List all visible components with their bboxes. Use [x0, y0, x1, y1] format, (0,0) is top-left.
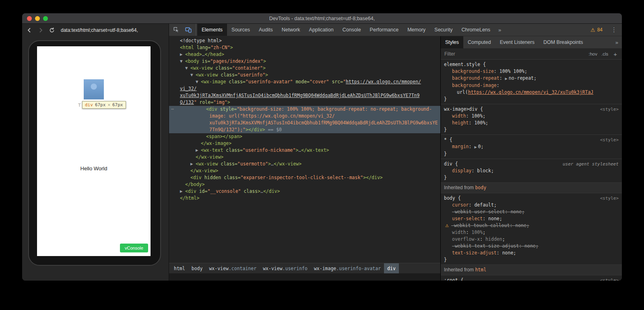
- dom-tree-node[interactable]: ▼<body is="pages/index/index">: [169, 58, 440, 65]
- inherited-from-link[interactable]: html: [475, 267, 486, 273]
- collapsed-arrow-icon[interactable]: ▶: [190, 161, 196, 167]
- element-class-toggle[interactable]: .cls: [601, 52, 608, 56]
- minimize-window-button[interactable]: [35, 16, 40, 21]
- tab-security[interactable]: Security: [430, 24, 457, 36]
- dom-tree-node[interactable]: <span></span>: [169, 133, 440, 140]
- css-property[interactable]: height: 100%;: [441, 120, 622, 126]
- css-property[interactable]: width: 100%;: [441, 113, 622, 120]
- expand-value-arrow-icon[interactable]: ▶: [505, 77, 508, 81]
- tab-sources[interactable]: Sources: [227, 24, 254, 36]
- css-property[interactable]: margin: ▶0;: [441, 143, 622, 151]
- css-url-link[interactable]: https://wx.qlogo.cn/mmopen/vi_32/xuTu0k3…: [468, 89, 594, 95]
- css-rule-selector[interactable]: :root {: [441, 277, 622, 281]
- sidebar-more-tabs-icon[interactable]: »: [612, 36, 622, 48]
- css-property[interactable]: cursor: default;: [441, 202, 622, 209]
- expanded-arrow-icon[interactable]: ▼: [180, 58, 185, 65]
- dom-tree-node[interactable]: </html>: [169, 195, 440, 202]
- css-property[interactable]: -webkit-text-size-adjust: none;: [441, 243, 622, 250]
- dom-tree-node[interactable]: xuTu0k3jRTaJKmsXVMnfjASTusInO4ibcmQbhub1…: [169, 120, 440, 126]
- css-property-value[interactable]: url(https://wx.qlogo.cn/mmopen/vi_32/xuT…: [441, 89, 622, 96]
- dom-tree-node[interactable]: xuTu0k3jRTaJKmsXVMnfjASTusInO4ibcmQbhub1…: [169, 92, 440, 99]
- sidebar-tab-dom-breakpoints[interactable]: DOM Breakpoints: [539, 36, 588, 48]
- console-warnings-badge[interactable]: ⚠ 84: [587, 24, 606, 36]
- collapsed-arrow-icon[interactable]: ▶: [180, 188, 185, 195]
- tab-network[interactable]: Network: [277, 24, 305, 36]
- breadcrumb-item[interactable]: wx-view.container: [206, 263, 260, 273]
- forward-icon[interactable]: [37, 26, 45, 34]
- css-property[interactable]: ⚠-webkit-touch-callout: none;: [441, 222, 622, 229]
- collapsed-arrow-icon[interactable]: ▶: [196, 147, 201, 154]
- tab-application[interactable]: Application: [305, 24, 338, 36]
- kebab-menu-icon[interactable]: ⋮: [606, 24, 622, 36]
- breadcrumb-item[interactable]: html: [171, 263, 188, 273]
- stylesheet-origin-link[interactable]: <style>: [600, 277, 619, 281]
- css-rule-selector[interactable]: wx-image>div {: [441, 106, 622, 113]
- css-property[interactable]: text-size-adjust: none;: [441, 250, 622, 256]
- stylesheet-origin-link[interactable]: <style>: [600, 136, 619, 143]
- dom-tree-node[interactable]: <!doctype html>: [169, 37, 440, 44]
- window-titlebar[interactable]: DevTools - data:text/html;charset=utf-8;…: [22, 13, 622, 24]
- breadcrumb-item[interactable]: body: [188, 263, 206, 273]
- dom-tree-node[interactable]: ▼<wx-view class="container">: [169, 65, 440, 72]
- tab-console[interactable]: Console: [338, 24, 365, 36]
- zoom-window-button[interactable]: [43, 16, 48, 21]
- dom-tree-node[interactable]: vi_32/: [169, 85, 440, 92]
- tab-audits[interactable]: Audits: [254, 24, 277, 36]
- css-rule-selector[interactable]: body {: [441, 195, 622, 202]
- css-property[interactable]: background-size: 100% 100%;: [441, 68, 622, 75]
- inherited-from-link[interactable]: body: [475, 185, 486, 190]
- dom-tree-node[interactable]: image: url("https://wx.qlogo.cn/mmopen/v…: [169, 113, 440, 120]
- css-property[interactable]: -webkit-user-select: none;: [441, 209, 622, 215]
- inspect-element-icon[interactable]: [171, 25, 182, 35]
- close-window-button[interactable]: [27, 16, 32, 21]
- css-property[interactable]: background-repeat: ▶no-repeat;: [441, 75, 622, 82]
- more-tabs-icon[interactable]: »: [495, 24, 505, 36]
- breadcrumb-item[interactable]: div: [384, 263, 399, 273]
- horizontal-scrollbar-track[interactable]: [169, 273, 440, 281]
- new-style-rule-button[interactable]: +: [612, 51, 618, 58]
- dom-tree-node[interactable]: </body>: [169, 181, 440, 188]
- css-property[interactable]: width: 100%;: [441, 229, 622, 236]
- sidebar-tab-styles[interactable]: Styles: [441, 36, 463, 48]
- css-property[interactable]: background-image:: [441, 82, 622, 89]
- expanded-arrow-icon[interactable]: ▼: [185, 65, 190, 72]
- tab-elements[interactable]: Elements: [197, 24, 227, 36]
- styles-filter-input[interactable]: [444, 51, 584, 57]
- dom-tree-node[interactable]: ⋯<div style="background-size: 100% 100%;…: [169, 106, 440, 113]
- css-property[interactable]: user-select: none;: [441, 215, 622, 222]
- collapsed-arrow-icon[interactable]: ▶: [180, 51, 185, 58]
- dom-tree-node[interactable]: </wx-view>: [169, 167, 440, 174]
- userinfo-avatar-image[interactable]: [84, 79, 104, 99]
- css-rule-selector[interactable]: element.style {: [441, 61, 622, 68]
- expand-value-arrow-icon[interactable]: ▶: [474, 145, 477, 149]
- stylesheet-origin-link[interactable]: <style>: [600, 195, 619, 202]
- expanded-arrow-icon[interactable]: ▼: [190, 72, 196, 79]
- dom-tree-node[interactable]: ▼<wx-image class="userinfo-avatar" mode=…: [169, 79, 440, 85]
- dom-tree-node[interactable]: ▶<wx-text class="userinfo-nickname">…</w…: [169, 147, 440, 154]
- address-bar[interactable]: data:text/html;charset=utf-8;base64,: [61, 27, 138, 33]
- dom-tree-node[interactable]: </wx-image>: [169, 140, 440, 147]
- css-property[interactable]: display: block;: [441, 167, 622, 174]
- reload-icon[interactable]: [48, 26, 56, 34]
- sidebar-tab-computed[interactable]: Computed: [463, 36, 495, 48]
- back-icon[interactable]: [25, 26, 33, 34]
- breadcrumb-item[interactable]: wx-view.userinfo: [260, 263, 311, 273]
- tab-performance[interactable]: Performance: [365, 24, 403, 36]
- stylesheet-origin-link[interactable]: <style>: [600, 106, 619, 113]
- tab-chromelens[interactable]: ChromeLens: [457, 24, 495, 36]
- dom-tree-node[interactable]: </wx-view>: [169, 154, 440, 161]
- vconsole-button[interactable]: vConsole: [120, 244, 148, 252]
- sidebar-tab-event-listeners[interactable]: Event Listeners: [495, 36, 539, 48]
- device-toolbar-icon[interactable]: [183, 25, 194, 35]
- dom-tree-node[interactable]: ▼<wx-view class="userinfo">: [169, 72, 440, 79]
- dom-tree-node[interactable]: ▶<wx-view class="usermotto">…</wx-view>: [169, 161, 440, 167]
- dom-tree-node[interactable]: Q/132" role="img">: [169, 99, 440, 106]
- dom-tree-node[interactable]: 7Tn9Q/132");"></div> == $0: [169, 126, 440, 133]
- dom-tree-node[interactable]: ▶<head>…</head>: [169, 51, 440, 58]
- css-property[interactable]: overflow-x: hidden;: [441, 236, 622, 243]
- dom-tree-node[interactable]: <html lang="zh-CN">: [169, 44, 440, 51]
- breadcrumb-item[interactable]: wx-image.userinfo-avatar: [311, 263, 384, 273]
- node-overflow-icon[interactable]: ⋯: [171, 106, 174, 113]
- pseudo-state-toggle[interactable]: :hov: [588, 52, 597, 56]
- expanded-arrow-icon[interactable]: ▼: [196, 79, 201, 85]
